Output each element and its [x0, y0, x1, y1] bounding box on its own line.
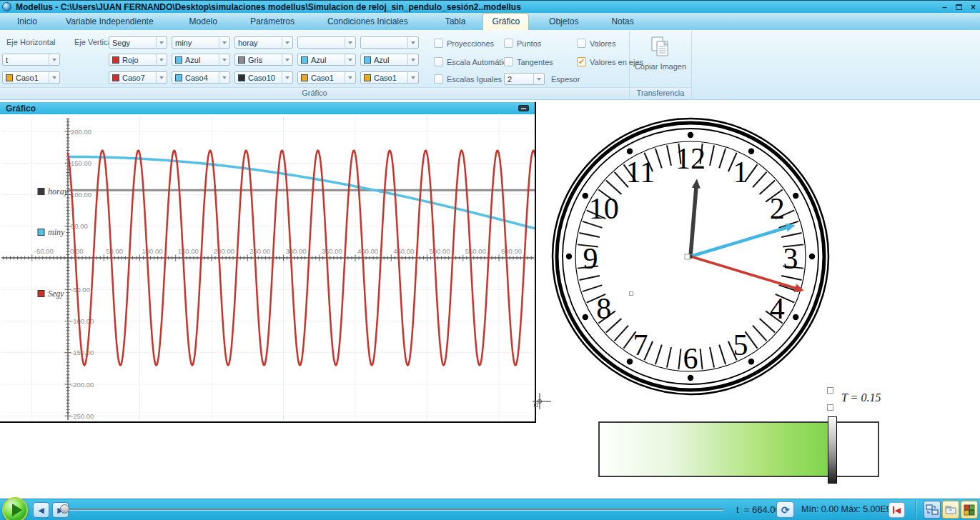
chevron-down-icon [156, 54, 167, 65]
selection-handle[interactable] [685, 254, 690, 259]
refresh-icon: ⟳ [781, 504, 790, 516]
svg-text:100.00: 100.00 [142, 247, 163, 255]
vertical-color-dropdown-1[interactable]: Rojo [109, 54, 167, 66]
color-swatch [301, 74, 308, 81]
chevron-down-icon [345, 37, 355, 48]
legend-Segy: Segy [38, 289, 64, 299]
vertical-variable-dropdown-3[interactable]: horay [234, 36, 293, 49]
time-slider-thumb[interactable] [60, 504, 69, 514]
modules-grid-icon [964, 504, 975, 516]
vertical-variable-dropdown-2[interactable]: miny [172, 36, 230, 49]
reset-time-button[interactable]: ⟳ [776, 501, 794, 518]
skip-to-start-button[interactable]: ◀ [889, 502, 905, 518]
chevron-down-icon [219, 54, 229, 65]
vertical-variable-dropdown-5[interactable] [360, 36, 419, 49]
checkbox-valores[interactable]: Valores [577, 39, 615, 48]
chevron-down-icon [345, 54, 355, 65]
vertical-caso-dropdown-2[interactable]: Caso4 [172, 71, 230, 84]
color-swatch [112, 56, 119, 64]
step-back-icon: ◀ [38, 506, 44, 515]
window-minimize-icon[interactable] [518, 105, 529, 111]
espesor-dropdown[interactable]: 2 [504, 73, 545, 85]
vertical-variable-dropdown-4[interactable] [297, 36, 356, 49]
chevron-down-icon [407, 37, 418, 48]
svg-text:-250.00: -250.00 [71, 412, 94, 420]
svg-text:-50.00: -50.00 [34, 247, 54, 255]
clock-numeral: 2 [770, 192, 785, 225]
checkbox-puntos[interactable]: Puntos [504, 39, 541, 48]
tab-variable-independiente[interactable]: Variable Independiente [57, 14, 162, 30]
checkbox-tangentes[interactable]: Tangentes [504, 57, 553, 66]
tab-gráfico[interactable]: Gráfico [482, 13, 529, 30]
svg-text:150.00: 150.00 [178, 247, 199, 255]
tab-notas[interactable]: Notas [603, 14, 642, 30]
selection-handle[interactable] [629, 291, 633, 296]
cascade-windows-button[interactable] [924, 501, 941, 519]
vertical-caso-dropdown-4[interactable]: Caso1 [297, 71, 356, 84]
time-readout: t = 664.00 [736, 504, 781, 515]
period-slider[interactable] [598, 421, 879, 477]
period-slider-thumb[interactable] [828, 416, 837, 484]
checkbox-checked-icon: ✓ [577, 57, 586, 66]
selection-handle[interactable] [827, 387, 833, 394]
checkbox-proyecciones[interactable]: Proyecciones [434, 39, 494, 48]
tab-tabla[interactable]: Tabla [437, 14, 475, 30]
legend-miny: miny [38, 227, 65, 237]
svg-text:200.00: 200.00 [71, 128, 91, 136]
maximize-icon[interactable] [956, 4, 962, 10]
chevron-down-icon [49, 72, 59, 83]
selection-handle[interactable] [827, 404, 833, 411]
vertical-color-dropdown-5[interactable]: Azul [360, 54, 419, 66]
checkbox-escalas-iguales[interactable]: Escalas Iguales [434, 74, 502, 84]
graph-window-titlebar[interactable]: Gráfico [0, 102, 535, 114]
svg-text:350.00: 350.00 [322, 247, 342, 255]
copy-image-label: Copiar Imagen [635, 61, 686, 71]
vertical-color-dropdown-4[interactable]: Azul [297, 54, 356, 66]
horizontal-caso-dropdown[interactable]: Caso1 [2, 71, 60, 84]
modules-button[interactable] [961, 501, 978, 519]
close-icon[interactable]: × [971, 1, 976, 13]
chevron-down-icon [282, 72, 292, 83]
tab-inicio[interactable]: Inicio [9, 14, 46, 30]
horizontal-variable-dropdown[interactable]: t [2, 54, 60, 66]
tab-condiciones-iniciales[interactable]: Condiciones Iniciales [319, 14, 417, 30]
chevron-down-icon [156, 72, 167, 83]
vertical-caso-dropdown-5[interactable]: Caso1 [360, 71, 419, 84]
tab-parámetros[interactable]: Parámetros [242, 14, 303, 30]
checkbox-unchecked-icon [504, 57, 513, 66]
chevron-down-icon [533, 74, 544, 84]
color-swatch [175, 56, 182, 64]
clock-numeral: 5 [733, 329, 748, 361]
window-title: Modellus - C:\Users\JUAN FERNANDO\Deskto… [16, 2, 521, 12]
clock-hour-hand [691, 179, 701, 256]
folder-button[interactable] [942, 501, 959, 519]
period-value-label[interactable]: T = 0.15 [841, 391, 881, 404]
chevron-down-icon [282, 54, 292, 65]
vertical-caso-dropdown-3[interactable]: Caso10 [234, 71, 293, 84]
play-button[interactable] [2, 497, 28, 520]
time-slider-track[interactable] [69, 509, 723, 510]
tab-modelo[interactable]: Modelo [181, 14, 226, 30]
vertical-color-dropdown-2[interactable]: Azul [172, 54, 230, 66]
vertical-caso-dropdown-1[interactable]: Caso7 [109, 71, 167, 84]
vertical-color-dropdown-3[interactable]: Gris [234, 54, 293, 66]
checkbox-escala-automática[interactable]: Escala Automática [434, 57, 512, 66]
vertical-variable-dropdown-1[interactable]: Segy [109, 36, 167, 49]
chevron-down-icon [49, 54, 59, 65]
tab-objetos[interactable]: Objetos [540, 14, 587, 30]
svg-text:250.00: 250.00 [249, 247, 270, 255]
graph-plot[interactable]: -50.000.0050.00100.00150.00200.00250.003… [0, 114, 535, 421]
minimize-icon[interactable]: – [942, 1, 947, 13]
clock-minute-hand [691, 224, 796, 256]
ribbon-group-grafico: Eje Horizontal t Caso1 Eje Vertical Segy… [0, 31, 630, 98]
step-back-button[interactable]: ◀ [33, 502, 49, 518]
clock-numeral: 11 [626, 156, 655, 189]
eje-horizontal-label: Eje Horizontal [6, 38, 55, 46]
svg-text:400.00: 400.00 [357, 247, 378, 255]
checkbox-unchecked-icon [434, 57, 443, 66]
clock-object[interactable]: 121234567891011 [550, 116, 831, 397]
chevron-down-icon [407, 54, 418, 65]
cascade-windows-icon [926, 504, 939, 516]
caso-color-swatch [6, 74, 13, 81]
copy-image-button[interactable]: Copiar Imagen [633, 33, 688, 87]
